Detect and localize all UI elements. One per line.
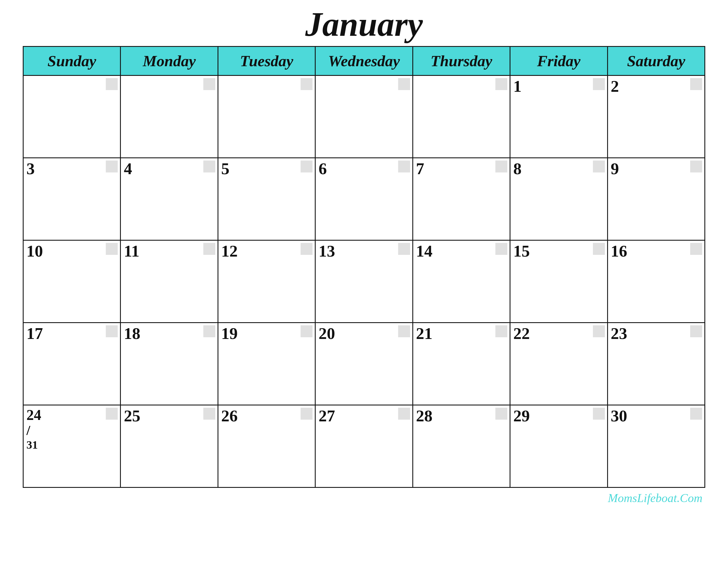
calendar-cell-w3-d4: 13 bbox=[315, 241, 413, 323]
header-sunday: Sunday bbox=[23, 47, 121, 76]
calendar-cell-w2-d7: 9 bbox=[607, 158, 705, 241]
calendar-cell-w3-d2: 11 bbox=[121, 241, 218, 323]
day-number: 26 bbox=[221, 408, 312, 424]
calendar-cell-w2-d5: 7 bbox=[413, 158, 510, 241]
calendar-cell-w4-d7: 23 bbox=[607, 323, 705, 405]
corner-marker bbox=[106, 161, 118, 173]
calendar-week-2: 3456789 bbox=[23, 158, 705, 241]
day-number: 21 bbox=[416, 325, 507, 342]
day-number: 7 bbox=[416, 161, 507, 177]
day-number: 25 bbox=[124, 408, 214, 424]
header-thursday: Thursday bbox=[413, 47, 510, 76]
calendar-cell-w1-d3 bbox=[218, 76, 315, 158]
calendar-cell-w5-d7: 30 bbox=[607, 405, 705, 488]
corner-marker bbox=[301, 408, 313, 420]
day-number: 29 bbox=[513, 408, 604, 424]
calendar-table: Sunday Monday Tuesday Wednesday Thursday… bbox=[23, 46, 705, 488]
corner-marker bbox=[301, 325, 313, 337]
corner-marker bbox=[301, 78, 313, 90]
day-number: 27 bbox=[319, 408, 409, 424]
corner-marker bbox=[203, 408, 215, 420]
calendar-cell-w5-d3: 26 bbox=[218, 405, 315, 488]
corner-marker bbox=[593, 78, 605, 90]
calendar-cell-w1-d7: 2 bbox=[607, 76, 705, 158]
calendar-cell-w5-d6: 29 bbox=[510, 405, 607, 488]
corner-marker bbox=[690, 161, 702, 173]
calendar-cell-w2-d1: 3 bbox=[23, 158, 121, 241]
day-number: 30 bbox=[611, 408, 702, 424]
calendar-cell-w1-d2 bbox=[121, 76, 218, 158]
day-number: 18 bbox=[124, 325, 214, 342]
day-number: 28 bbox=[416, 408, 507, 424]
calendar-cell-w1-d6: 1 bbox=[510, 76, 607, 158]
corner-marker bbox=[398, 325, 410, 337]
calendar-week-4: 17181920212223 bbox=[23, 323, 705, 405]
day-number: 2 bbox=[611, 78, 702, 95]
corner-marker bbox=[203, 325, 215, 337]
day-number: 16 bbox=[611, 243, 702, 260]
corner-marker bbox=[495, 325, 507, 337]
corner-marker bbox=[495, 78, 507, 90]
corner-marker bbox=[398, 161, 410, 173]
corner-marker bbox=[593, 243, 605, 255]
watermark: MomsLifeboat.Com bbox=[23, 491, 705, 505]
calendar-header-row: Sunday Monday Tuesday Wednesday Thursday… bbox=[23, 47, 705, 76]
corner-marker bbox=[106, 78, 118, 90]
dual-date-container: 24/31 bbox=[26, 408, 117, 451]
day-number: 15 bbox=[513, 243, 604, 260]
day-number: 23 bbox=[611, 325, 702, 342]
calendar-cell-w1-d5 bbox=[413, 76, 510, 158]
calendar-cell-w5-d5: 28 bbox=[413, 405, 510, 488]
header-saturday: Saturday bbox=[607, 47, 705, 76]
corner-marker bbox=[301, 243, 313, 255]
day-number: 10 bbox=[26, 243, 117, 260]
corner-marker bbox=[301, 161, 313, 173]
calendar-cell-w2-d3: 5 bbox=[218, 158, 315, 241]
day-number: 20 bbox=[319, 325, 409, 342]
corner-marker bbox=[495, 161, 507, 173]
corner-marker bbox=[690, 78, 702, 90]
calendar-wrapper: January Sunday Monday Tuesday Wednesday … bbox=[11, 0, 717, 516]
day-number: 22 bbox=[513, 325, 604, 342]
calendar-week-3: 10111213141516 bbox=[23, 241, 705, 323]
day-number: 12 bbox=[221, 243, 312, 260]
corner-marker bbox=[593, 408, 605, 420]
corner-marker bbox=[106, 325, 118, 337]
calendar-cell-w5-d4: 27 bbox=[315, 405, 413, 488]
day-number: 19 bbox=[221, 325, 312, 342]
calendar-cell-w1-d1 bbox=[23, 76, 121, 158]
corner-marker bbox=[203, 161, 215, 173]
calendar-cell-w2-d4: 6 bbox=[315, 158, 413, 241]
corner-marker bbox=[690, 243, 702, 255]
header-wednesday: Wednesday bbox=[315, 47, 413, 76]
calendar-cell-w2-d6: 8 bbox=[510, 158, 607, 241]
corner-marker bbox=[203, 78, 215, 90]
header-monday: Monday bbox=[121, 47, 218, 76]
calendar-cell-w1-d4 bbox=[315, 76, 413, 158]
day-number: 6 bbox=[319, 161, 409, 177]
calendar-cell-w4-d2: 18 bbox=[121, 323, 218, 405]
calendar-cell-w4-d4: 20 bbox=[315, 323, 413, 405]
corner-marker bbox=[203, 243, 215, 255]
calendar-cell-w5-d2: 25 bbox=[121, 405, 218, 488]
day-number: 14 bbox=[416, 243, 507, 260]
corner-marker bbox=[398, 243, 410, 255]
corner-marker bbox=[106, 408, 118, 420]
corner-marker bbox=[690, 408, 702, 420]
calendar-cell-w3-d6: 15 bbox=[510, 241, 607, 323]
header-tuesday: Tuesday bbox=[218, 47, 315, 76]
slash-divider: / bbox=[26, 422, 117, 438]
calendar-cell-w3-d3: 12 bbox=[218, 241, 315, 323]
calendar-cell-w4-d5: 21 bbox=[413, 323, 510, 405]
calendar-title: January bbox=[23, 6, 705, 43]
day-number: 3 bbox=[26, 161, 117, 177]
header-friday: Friday bbox=[510, 47, 607, 76]
calendar-cell-w3-d5: 14 bbox=[413, 241, 510, 323]
calendar-cell-w4-d1: 17 bbox=[23, 323, 121, 405]
corner-marker bbox=[593, 161, 605, 173]
calendar-week-5: 24/31252627282930 bbox=[23, 405, 705, 488]
calendar-week-1: 12 bbox=[23, 76, 705, 158]
calendar-cell-w5-d1: 24/31 bbox=[23, 405, 121, 488]
day-number-bottom: 31 bbox=[26, 439, 117, 451]
corner-marker bbox=[398, 78, 410, 90]
